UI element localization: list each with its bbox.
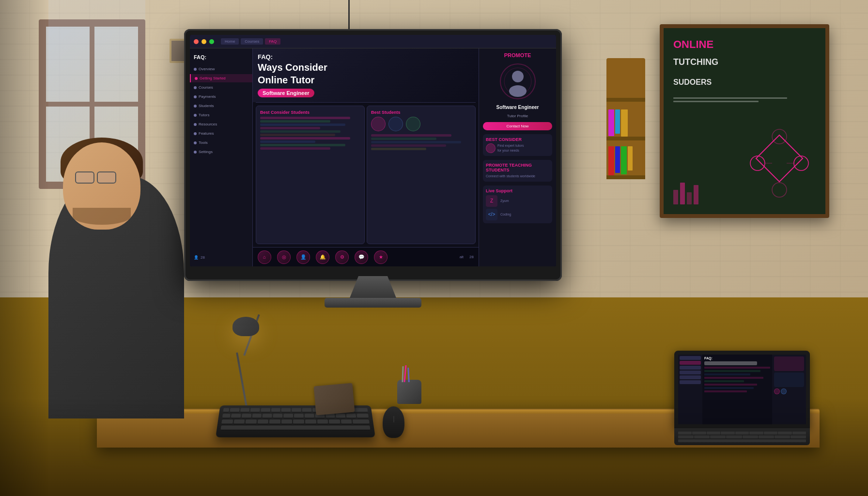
monitor-bezel: Home Courses FAQ FAQ: Overview xyxy=(184,29,562,281)
section-card-1: Best Consider Students xyxy=(256,106,365,244)
promote-title-2: PROMOTE TEACHING STUDENTS xyxy=(486,163,549,172)
sidebar-item-getting-started[interactable]: Getting Started xyxy=(190,74,252,82)
nav-tab-faq[interactable]: FAQ xyxy=(265,38,280,45)
footer-icon-chat[interactable]: 💬 xyxy=(355,250,368,264)
svg-point-2 xyxy=(772,129,787,144)
sidebar-item-settings[interactable]: Settings xyxy=(190,148,252,156)
promote-text: Connect with students worldwide xyxy=(486,174,549,179)
person xyxy=(24,128,208,418)
main-monitor: Home Courses FAQ FAQ: Overview xyxy=(184,29,562,281)
chalkboard-line2: TUTCHING xyxy=(673,57,816,68)
right-panel-se-title: Software Engineer xyxy=(483,105,552,110)
monitor-base xyxy=(325,298,421,308)
zoom-label: Zyum xyxy=(500,199,509,203)
student-icon-2 xyxy=(388,117,403,131)
footer-icon-bell[interactable]: 🔔 xyxy=(316,250,329,264)
footer-icon-user[interactable]: 👤 xyxy=(296,250,310,264)
student-icon-1 xyxy=(371,117,386,131)
contact-button[interactable]: Contact Now xyxy=(483,122,552,130)
sidebar-item-overview[interactable]: Overview xyxy=(190,65,252,73)
monitor-screen: Home Courses FAQ FAQ: Overview xyxy=(190,35,556,266)
section-title-2: Best Students xyxy=(371,110,471,115)
sidebar-item-tutors[interactable]: Tutors xyxy=(190,111,252,119)
nav-tab-home[interactable]: Home xyxy=(221,38,239,45)
svg-point-8 xyxy=(512,71,524,82)
main-hero: FAQ: Ways Consider Online Tutor Software… xyxy=(253,48,479,102)
chalkboard-line3: SUDOERS xyxy=(673,78,816,88)
promote-section-2: PROMOTE TEACHING STUDENTS Connect with s… xyxy=(483,160,552,182)
consider-text: Find expert tutors xyxy=(497,143,524,148)
section-title-1: Best Consider Students xyxy=(260,110,360,115)
person-head xyxy=(63,142,140,230)
screen-content: Home Courses FAQ FAQ: Overview xyxy=(190,35,556,266)
left-shadow xyxy=(0,0,48,496)
promote-title-1: BEST CONSIDER xyxy=(486,137,549,142)
sidebar-title: FAQ: xyxy=(190,52,252,62)
footer-icon-search[interactable]: ◎ xyxy=(277,250,291,264)
footer-icon-settings[interactable]: ⚙ xyxy=(335,250,349,264)
chalkboard-line1: ONLINE xyxy=(673,38,816,52)
screen-body: FAQ: Overview Getting Started xyxy=(190,48,556,266)
promote-header: PROMOTE xyxy=(483,52,552,58)
sidebar-item-courses[interactable]: Courses xyxy=(190,83,252,92)
chalkboard: ONLINE TUTCHING SUDOERS xyxy=(660,24,829,218)
maximize-dot[interactable] xyxy=(209,39,214,44)
sidebar-item-payments[interactable]: Payments xyxy=(190,93,252,101)
promote-section-1: BEST CONSIDER Find expert tutors for you… xyxy=(483,134,552,156)
footer-icon-home[interactable]: ⌂ xyxy=(258,250,271,264)
chalk-diagram xyxy=(743,127,816,200)
screen-right-panel: PROMOTE xyxy=(479,48,556,266)
coding-label: Coding xyxy=(500,212,511,217)
footer-icon-star[interactable]: ★ xyxy=(374,250,388,264)
consider-icon xyxy=(486,143,496,153)
zoom-icon[interactable]: Z xyxy=(486,195,497,207)
section-card-2: Best Students xyxy=(367,106,476,244)
svg-point-9 xyxy=(509,85,527,97)
coding-icon[interactable]: </> xyxy=(486,209,497,220)
software-engineer-badge: Software Engineer xyxy=(258,89,314,97)
screen-header: Home Courses FAQ xyxy=(190,35,556,48)
main-title-line2: Online Tutor xyxy=(258,74,474,86)
scene: ONLINE TUTCHING SUDOERS xyxy=(0,0,868,496)
bookshelf xyxy=(606,58,645,179)
screen-main: FAQ: Ways Consider Online Tutor Software… xyxy=(253,48,479,266)
nav-tab-courses[interactable]: Courses xyxy=(241,38,263,45)
sidebar-item-resources[interactable]: Resources xyxy=(190,120,252,128)
main-title-line1: Ways Consider xyxy=(258,62,474,73)
floor-shadow xyxy=(0,399,868,496)
svg-point-1 xyxy=(794,156,808,170)
sidebar-item-tools[interactable]: Tools xyxy=(190,139,252,147)
screen-footer: ⌂ ◎ 👤 🔔 ⚙ 💬 ★ alt 28 xyxy=(253,247,479,266)
faq-label: FAQ: xyxy=(258,53,474,61)
footer-count: 28 xyxy=(469,255,474,259)
main-sections: Best Consider Students xyxy=(253,103,479,247)
svg-point-3 xyxy=(772,183,787,197)
right-panel-subtitle: Tutor Profile xyxy=(483,114,552,118)
user-count: 28 xyxy=(201,255,205,260)
student-icon-3 xyxy=(406,117,420,131)
screen-sidebar: FAQ: Overview Getting Started xyxy=(190,48,253,266)
footer-page-num: alt xyxy=(460,255,464,259)
live-support-section: Live Support Z Zyum </> Coding xyxy=(483,186,552,223)
close-dot[interactable] xyxy=(194,39,199,44)
avatar-section xyxy=(498,62,537,101)
live-support-title: Live Support xyxy=(486,188,549,193)
svg-point-0 xyxy=(750,156,765,170)
minimize-dot[interactable] xyxy=(202,39,206,44)
sidebar-item-students[interactable]: Students xyxy=(190,102,252,110)
laptop-faq-label: FAQ: xyxy=(704,356,770,360)
sidebar-item-features[interactable]: Features xyxy=(190,129,252,138)
